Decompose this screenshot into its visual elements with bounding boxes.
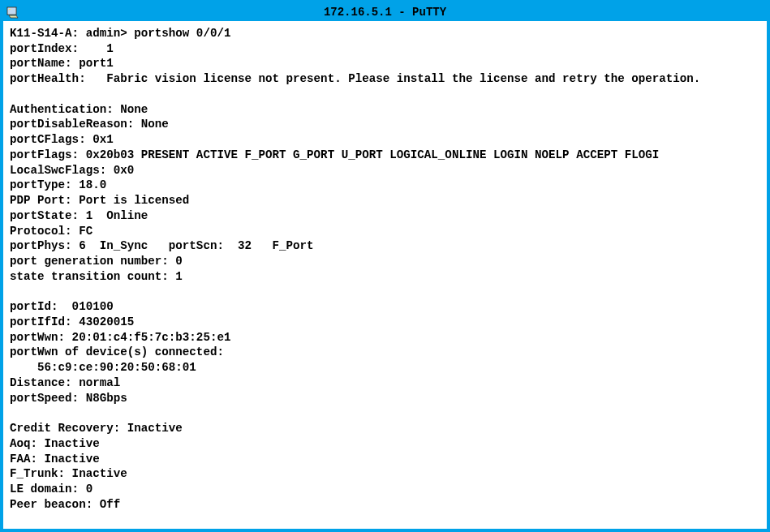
terminal-line: state transition count: 1: [10, 269, 760, 285]
terminal-line: portWwn of device(s) connected:: [10, 345, 760, 360]
terminal-line: Distance: normal: [10, 375, 760, 391]
terminal-line: Aoq: Inactive: [10, 436, 760, 452]
terminal-line: F_Trunk: Inactive: [10, 466, 760, 482]
terminal-line: Authentication: None: [10, 102, 760, 118]
terminal-line: LE domain: 0: [10, 482, 760, 497]
terminal-line: portState: 1 Online: [10, 208, 760, 224]
putty-window: 172.16.5.1 - PuTTY K11-S14-A: admin> por…: [0, 0, 770, 532]
terminal-line: [10, 284, 760, 299]
terminal-line: LocalSwcFlags: 0x0: [10, 163, 760, 178]
terminal-line: portPhys: 6 In_Sync portScn: 32 F_Port: [10, 238, 760, 254]
terminal-line: portName: port1: [10, 56, 760, 71]
title-bar[interactable]: 172.16.5.1 - PuTTY: [3, 3, 767, 21]
terminal-line: portDisableReason: None: [10, 117, 760, 132]
terminal-line: portFlags: 0x20b03 PRESENT ACTIVE F_PORT…: [10, 148, 760, 163]
terminal-line: portHealth: Fabric vision license not pr…: [10, 71, 760, 87]
terminal-line: FAA: Inactive: [10, 452, 760, 467]
app-icon: [6, 6, 19, 19]
terminal-output[interactable]: K11-S14-A: admin> portshow 0/0/1 portInd…: [3, 21, 767, 529]
svg-rect-2: [9, 9, 11, 10]
terminal-line: Credit Recovery: Inactive: [10, 421, 760, 436]
terminal-line: portIndex: 1: [10, 41, 760, 57]
terminal-line: portCFlags: 0x1: [10, 132, 760, 148]
terminal-line: portType: 18.0: [10, 178, 760, 193]
terminal-line: [10, 405, 760, 421]
terminal-line: portSpeed: N8Gbps: [10, 391, 760, 406]
terminal-line: Protocol: FC: [10, 224, 760, 239]
window-title: 172.16.5.1 - PuTTY: [324, 6, 446, 19]
terminal-line: PDP Port: Port is licensed: [10, 193, 760, 208]
terminal-line: portWwn: 20:01:c4:f5:7c:b3:25:e1: [10, 330, 760, 345]
terminal-line: portIfId: 43020015: [10, 315, 760, 330]
terminal-line: port generation number: 0: [10, 254, 760, 269]
terminal-line: 56:c9:ce:90:20:50:68:01: [10, 360, 760, 375]
terminal-line: Peer beacon: Off: [10, 497, 760, 513]
terminal-line: [10, 87, 760, 102]
terminal-line: K11-S14-A: admin> portshow 0/0/1: [10, 26, 760, 41]
terminal-line: portId: 010100: [10, 299, 760, 315]
